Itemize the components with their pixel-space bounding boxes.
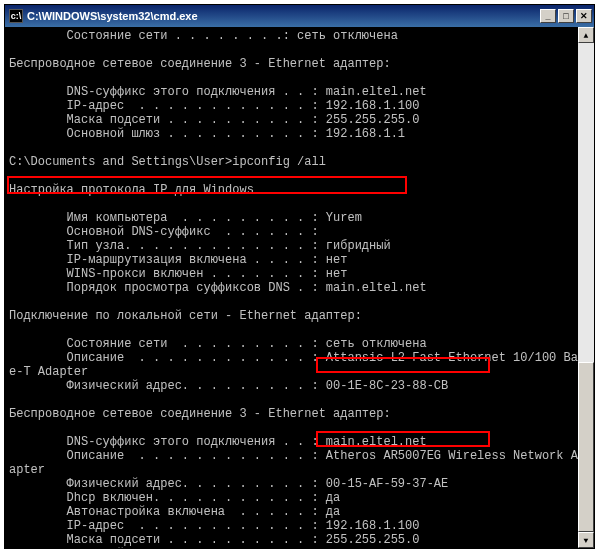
line: Основной DNS-суффикс . . . . . . : <box>9 225 319 239</box>
scroll-track[interactable] <box>578 43 594 532</box>
line: apter <box>9 463 45 477</box>
line: Описание . . . . . . . . . . . . : Attan… <box>9 351 585 365</box>
maximize-button[interactable]: □ <box>558 9 574 23</box>
line: IP-маршрутизация включена . . . . : нет <box>9 253 347 267</box>
line: C:\Documents and Settings\User>ipconfig … <box>9 155 326 169</box>
scroll-down-button[interactable]: ▼ <box>578 532 594 548</box>
line: DNS-суффикс этого подключения . . : main… <box>9 85 427 99</box>
line: Порядок просмотра суффиксов DNS . : main… <box>9 281 427 295</box>
line: Физический адрес. . . . . . . . . : 00-1… <box>9 379 448 393</box>
line: Беспроводное сетевое соединение 3 - Ethe… <box>9 57 391 71</box>
cmd-icon: c:\ <box>9 9 23 23</box>
line: Автонастройка включена . . . . . : да <box>9 505 340 519</box>
line: Настройка протокола IP для Windows <box>9 183 254 197</box>
line: Беспроводное сетевое соединение 3 - Ethe… <box>9 407 391 421</box>
line: IP-адрес . . . . . . . . . . . . : 192.1… <box>9 519 419 533</box>
line: Тип узла. . . . . . . . . . . . . : гибр… <box>9 239 391 253</box>
titlebar[interactable]: c:\ C:\WINDOWS\system32\cmd.exe _ □ ✕ <box>5 5 594 27</box>
terminal-output[interactable]: Состояние сети . . . . . . . .: сеть отк… <box>5 27 594 548</box>
minimize-button[interactable]: _ <box>540 9 556 23</box>
line: Состояние сети . . . . . . . . . : сеть … <box>9 337 427 351</box>
line: Физический адрес. . . . . . . . . : 00-1… <box>9 477 448 491</box>
window-controls: _ □ ✕ <box>540 9 592 23</box>
line: IP-адрес . . . . . . . . . . . . : 192.1… <box>9 99 419 113</box>
close-button[interactable]: ✕ <box>576 9 592 23</box>
scroll-thumb[interactable] <box>578 362 594 532</box>
line: WINS-прокси включен . . . . . . . : нет <box>9 267 347 281</box>
scroll-up-button[interactable]: ▲ <box>578 27 594 43</box>
line: Подключение по локальной сети - Ethernet… <box>9 309 362 323</box>
line: Имя компьютера . . . . . . . . . : Yurem <box>9 211 362 225</box>
cmd-window: c:\ C:\WINDOWS\system32\cmd.exe _ □ ✕ Со… <box>4 4 595 549</box>
line: Состояние сети . . . . . . . .: сеть отк… <box>9 29 398 43</box>
line: Основной шлюз . . . . . . . . . . : 192.… <box>9 547 405 548</box>
window-title: C:\WINDOWS\system32\cmd.exe <box>27 10 198 22</box>
line: e-T Adapter <box>9 365 88 379</box>
line: Маска подсети . . . . . . . . . . : 255.… <box>9 533 419 547</box>
line: DNS-суффикс этого подключения . . : main… <box>9 435 427 449</box>
line: Основной шлюз . . . . . . . . . . : 192.… <box>9 127 405 141</box>
vertical-scrollbar[interactable]: ▲ ▼ <box>578 27 594 548</box>
line: Dhcp включен. . . . . . . . . . . : да <box>9 491 340 505</box>
titlebar-left: c:\ C:\WINDOWS\system32\cmd.exe <box>9 9 198 23</box>
line: Описание . . . . . . . . . . . . : Ather… <box>9 449 585 463</box>
line: Маска подсети . . . . . . . . . . : 255.… <box>9 113 419 127</box>
